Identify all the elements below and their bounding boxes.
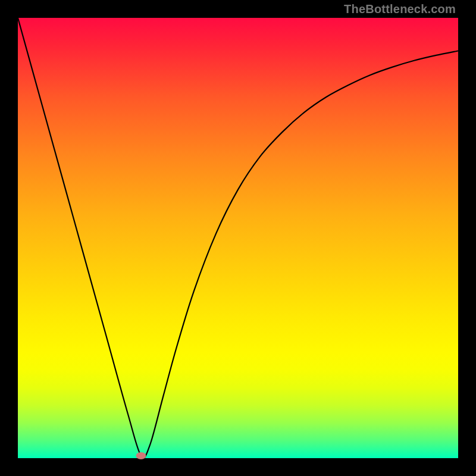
plot-area bbox=[18, 18, 458, 458]
min-point-marker bbox=[136, 452, 146, 459]
bottleneck-curve bbox=[18, 18, 458, 458]
curve-svg bbox=[18, 18, 458, 458]
chart-frame: TheBottleneck.com bbox=[0, 0, 476, 476]
watermark-text: TheBottleneck.com bbox=[344, 2, 456, 16]
